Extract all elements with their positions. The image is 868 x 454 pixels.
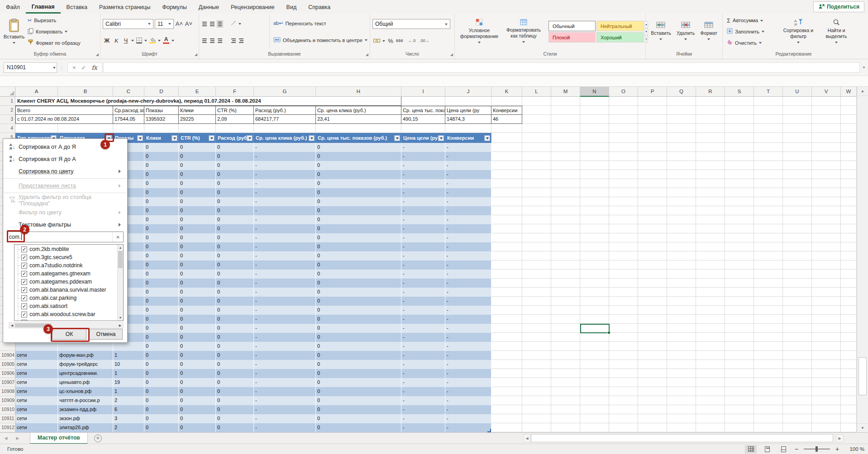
filter-button[interactable] xyxy=(484,135,490,141)
grid-cell[interactable] xyxy=(580,260,609,270)
grid-cell[interactable] xyxy=(725,423,754,432)
grid-cell[interactable] xyxy=(638,143,667,152)
grid-cell[interactable] xyxy=(401,97,445,106)
grid-cell[interactable] xyxy=(522,342,551,351)
filter-list-item[interactable]: ✓com.aategames.gtnexam xyxy=(14,270,117,278)
grid-cell[interactable]: сети xyxy=(15,423,58,432)
tab-help[interactable]: Справка xyxy=(302,1,336,14)
grid-cell[interactable]: - xyxy=(254,396,316,405)
grid-cell[interactable] xyxy=(316,124,401,133)
grid-cell[interactable]: 0 xyxy=(144,396,179,405)
grid-cell[interactable]: - xyxy=(401,152,445,161)
grid-cell[interactable]: 0 xyxy=(144,423,179,432)
grid-cell[interactable] xyxy=(580,378,609,387)
row-header[interactable]: 10910 xyxy=(0,405,15,414)
grid-cell[interactable] xyxy=(491,405,522,414)
grid-cell[interactable] xyxy=(783,324,812,333)
grid-cell[interactable] xyxy=(522,351,551,360)
grid-cell[interactable]: 0 xyxy=(144,306,179,315)
grid-cell[interactable] xyxy=(491,143,522,152)
sheet-tab-active[interactable]: Мастер отчётов xyxy=(30,433,88,444)
grid-cell[interactable] xyxy=(754,315,783,324)
grid-cell[interactable] xyxy=(551,414,580,423)
row-header[interactable]: 10911 xyxy=(0,414,15,423)
grid-cell[interactable]: - xyxy=(445,233,491,242)
grid-cell[interactable]: 0 xyxy=(144,315,179,324)
grid-cell[interactable] xyxy=(580,97,609,106)
grid-cell[interactable] xyxy=(522,324,551,333)
find-select-button[interactable]: Найти и выделить xyxy=(818,15,854,48)
grid-cell[interactable]: - xyxy=(401,360,445,369)
grid-cell[interactable]: - xyxy=(254,387,316,396)
grid-cell[interactable]: 0 xyxy=(316,315,401,324)
grid-cell[interactable] xyxy=(696,106,725,115)
grid-cell[interactable] xyxy=(551,215,580,224)
grid-cell[interactable] xyxy=(841,206,857,215)
grid-cell[interactable] xyxy=(667,387,696,396)
grid-cell[interactable] xyxy=(580,423,609,432)
row-header[interactable]: 4 xyxy=(0,124,15,133)
grid-cell[interactable]: 0 xyxy=(144,170,179,179)
grid-cell[interactable] xyxy=(491,152,522,161)
style-normal[interactable]: Обычный xyxy=(548,21,596,31)
grid-cell[interactable]: - xyxy=(401,378,445,387)
grid-cell[interactable]: сети xyxy=(15,360,58,369)
grid-cell[interactable] xyxy=(667,342,696,351)
grid-cell[interactable]: - xyxy=(445,369,491,378)
grid-cell[interactable]: - xyxy=(254,179,316,188)
column-header[interactable]: O xyxy=(609,87,638,97)
grid-cell[interactable]: 0 xyxy=(179,251,216,260)
grid-cell[interactable]: 0 xyxy=(316,188,401,197)
menu-item-sort-za[interactable]: ЯА↓Сортировка от Я до А xyxy=(3,153,127,165)
grid-cell[interactable] xyxy=(638,333,667,342)
grid-cell[interactable] xyxy=(522,297,551,306)
grid-cell[interactable]: - xyxy=(254,188,316,197)
grid-cell[interactable]: ценыавто.рф xyxy=(58,378,113,387)
grid-cell[interactable]: - xyxy=(445,342,491,351)
grid-cell[interactable] xyxy=(113,342,144,351)
grid-cell[interactable]: - xyxy=(401,270,445,279)
share-button[interactable]: Поделиться xyxy=(813,1,864,12)
grid-cell[interactable] xyxy=(754,360,783,369)
grid-cell[interactable] xyxy=(551,342,580,351)
grid-cell[interactable]: 0 xyxy=(144,215,179,224)
grid-cell[interactable] xyxy=(491,206,522,215)
grid-cell[interactable]: - xyxy=(445,215,491,224)
grid-cell[interactable]: - xyxy=(445,206,491,215)
grid-cell[interactable] xyxy=(754,423,783,432)
grid-cell[interactable]: - xyxy=(445,224,491,233)
grid-cell[interactable]: - xyxy=(254,215,316,224)
grid-cell[interactable] xyxy=(783,197,812,206)
grid-cell[interactable] xyxy=(491,333,522,342)
grid-cell[interactable] xyxy=(783,297,812,306)
align-left-icon[interactable] xyxy=(201,38,208,44)
summary-header-cell[interactable]: Ср. цена тыс. показ xyxy=(401,106,445,115)
grid-cell[interactable]: 0 xyxy=(179,342,216,351)
increase-font-icon[interactable]: А˄ xyxy=(175,20,183,27)
grid-cell[interactable]: 0 xyxy=(179,360,216,369)
checkbox[interactable]: ✓ xyxy=(21,271,27,277)
zoom-slider[interactable] xyxy=(804,449,830,449)
grid-cell[interactable] xyxy=(491,224,522,233)
grid-cell[interactable] xyxy=(783,315,812,324)
grid-cell[interactable] xyxy=(754,342,783,351)
grid-cell[interactable] xyxy=(551,188,580,197)
grid-cell[interactable]: 0 xyxy=(179,260,216,270)
grid-cell[interactable]: сети xyxy=(15,414,58,423)
grid-cell[interactable] xyxy=(667,279,696,288)
font-size-select[interactable]: 11 xyxy=(155,19,174,29)
grid-cell[interactable] xyxy=(638,324,667,333)
grid-cell[interactable]: 10 xyxy=(113,360,144,369)
grid-cell[interactable] xyxy=(609,170,638,179)
column-header[interactable]: R xyxy=(696,87,725,97)
table-header-cell[interactable]: Клики xyxy=(144,133,179,143)
grid-cell[interactable]: экзамен-пдд.рф xyxy=(58,405,113,414)
grid-cell[interactable] xyxy=(638,197,667,206)
grid-cell[interactable]: 0 xyxy=(316,179,401,188)
grid-cell[interactable]: 0 xyxy=(144,260,179,270)
grid-cell[interactable]: 0 xyxy=(144,270,179,279)
grid-cell[interactable]: 0 xyxy=(179,197,216,206)
grid-cell[interactable]: 0 xyxy=(216,270,254,279)
grid-cell[interactable] xyxy=(551,170,580,179)
grid-cell[interactable] xyxy=(522,242,551,251)
